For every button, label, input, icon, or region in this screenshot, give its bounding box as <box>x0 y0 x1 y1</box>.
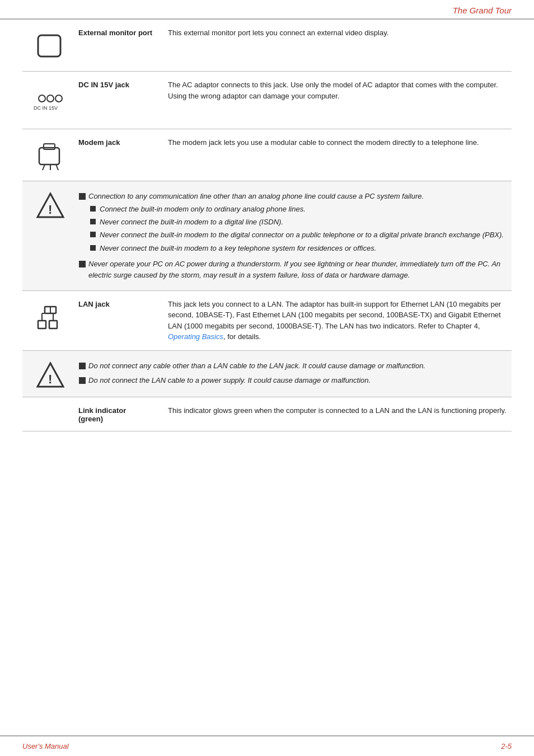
bullet-sq-icon5 <box>78 260 88 268</box>
svg-rect-5 <box>39 148 59 165</box>
warning1-sub2: Never connect the built-in modem to a di… <box>90 217 512 228</box>
svg-rect-28 <box>79 363 86 369</box>
svg-rect-0 <box>38 35 60 57</box>
svg-rect-19 <box>49 321 57 328</box>
warning1-bullet1-text: Connection to any communication line oth… <box>88 191 424 202</box>
svg-line-9 <box>56 165 58 170</box>
page-footer: User's Manual 2-5 <box>0 735 534 756</box>
warning1-bullet1: Connection to any communication line oth… <box>78 191 512 202</box>
svg-point-1 <box>39 95 45 102</box>
warning2-icon: ! <box>36 361 64 389</box>
external-monitor-label: External monitor port <box>78 27 168 37</box>
warning1-sub4-text: Never connect the built-in modem to a ke… <box>100 243 376 254</box>
monitor-icon-col <box>22 27 78 63</box>
modem-jack-desc: The modem jack lets you use a modular ca… <box>168 137 512 148</box>
external-monitor-icon <box>34 30 67 63</box>
warning1-sub3: Never connect the built-in modem to the … <box>90 229 512 241</box>
external-monitor-row: External monitor port This external moni… <box>22 20 512 72</box>
page-header: The Grand Tour <box>0 0 534 20</box>
warning2-bullet1-text: Do not connect any cable other than a LA… <box>88 360 425 372</box>
svg-rect-17 <box>79 261 86 267</box>
warning1-icon-col: ! <box>22 189 78 219</box>
warning1-sub4: Never connect the built-in modem to a ke… <box>90 243 512 254</box>
modem-warning-content: Connection to any communication line oth… <box>78 189 512 283</box>
sub-bullet-sq-icon3 <box>90 231 100 238</box>
svg-rect-15 <box>90 232 96 237</box>
lan-desc-link[interactable]: Operating Basics <box>168 332 223 341</box>
svg-rect-16 <box>90 245 96 251</box>
lan-jack-icon <box>34 301 67 335</box>
footer-page-number: 2-5 <box>501 742 512 750</box>
warning1-icon: ! <box>36 191 64 219</box>
svg-rect-18 <box>38 321 46 328</box>
sub-bullet-sq-icon2 <box>90 218 100 225</box>
page-title: The Grand Tour <box>453 6 512 15</box>
svg-point-2 <box>47 95 54 102</box>
lan-warning-content: Do not connect any cable other than a LA… <box>78 359 512 388</box>
lan-jack-desc: This jack lets you connect to a LAN. The… <box>168 299 512 342</box>
dc-icon-col: DC IN 15V <box>22 79 78 121</box>
link-indicator-desc: This indicator glows green when the comp… <box>168 405 512 416</box>
link-indicator-label-text: Link indicator(green) <box>78 406 126 423</box>
lan-icon-col <box>22 299 78 335</box>
svg-rect-14 <box>90 219 96 224</box>
warning2-icon-col: ! <box>22 359 78 389</box>
sub-bullet-sq-icon <box>90 205 100 212</box>
dc-in-icon: DC IN 15V <box>31 82 70 121</box>
warning2-bullet2-text: Do not connect the LAN cable to a power … <box>88 375 371 386</box>
main-content: External monitor port This external moni… <box>0 20 534 431</box>
warning1-bottom-text: Never operate your PC on AC power during… <box>88 259 512 281</box>
svg-point-3 <box>55 95 62 102</box>
warning2-bullet2: Do not connect the LAN cable to a power … <box>78 375 512 386</box>
link-indicator-row: Link indicator(green) This indicator glo… <box>22 397 512 431</box>
svg-text:DC IN 15V: DC IN 15V <box>34 105 58 111</box>
warning1-sub3-text: Never connect the built-in modem to the … <box>100 229 504 241</box>
svg-rect-29 <box>79 377 86 384</box>
svg-rect-12 <box>79 193 86 200</box>
bullet-sq-icon <box>78 192 88 200</box>
w2-bullet-sq1 <box>78 362 88 370</box>
link-indicator-icon-col <box>22 405 78 407</box>
lan-desc-part3: , for details. <box>223 332 261 341</box>
svg-text:!: ! <box>48 372 52 386</box>
footer-manual-label: User's Manual <box>22 742 69 750</box>
modem-jack-row: Modem jack The modem jack lets you use a… <box>22 129 512 181</box>
svg-rect-13 <box>90 206 96 212</box>
dc-in-row: DC IN 15V DC IN 15V jack The AC adaptor … <box>22 72 512 129</box>
warning1-sub1-text: Connect the built-in modem only to ordin… <box>100 204 306 215</box>
dc-in-desc: The AC adaptor connects to this jack. Us… <box>168 79 512 101</box>
lan-warning-row: ! Do not connect any cable other than a … <box>22 351 512 397</box>
lan-desc-part1: This jack lets you connect to a LAN. The… <box>168 300 501 330</box>
modem-icon-col <box>22 137 78 173</box>
warning1-sub2-text: Never connect the built-in modem to a di… <box>100 217 283 228</box>
sub-bullet-sq-icon4 <box>90 245 100 251</box>
external-monitor-desc: This external monitor port lets you conn… <box>168 27 512 39</box>
lan-jack-row: LAN jack This jack lets you connect to a… <box>22 291 512 351</box>
modem-jack-label: Modem jack <box>78 137 168 147</box>
warning1-sub1: Connect the built-in modem only to ordin… <box>90 204 512 215</box>
dc-in-label: DC IN 15V jack <box>78 79 168 89</box>
modem-warning-row: ! Connection to any communication line o… <box>22 181 512 291</box>
w2-bullet-sq2 <box>78 377 88 384</box>
warning2-bullet1: Do not connect any cable other than a LA… <box>78 360 512 372</box>
link-indicator-label: Link indicator(green) <box>78 405 168 423</box>
svg-rect-6 <box>44 144 55 149</box>
lan-jack-label: LAN jack <box>78 299 168 308</box>
modem-jack-icon <box>34 139 67 173</box>
svg-text:!: ! <box>48 203 52 217</box>
warning1-bottom-bullet1: Never operate your PC on AC power during… <box>78 259 512 281</box>
svg-line-7 <box>43 165 45 170</box>
